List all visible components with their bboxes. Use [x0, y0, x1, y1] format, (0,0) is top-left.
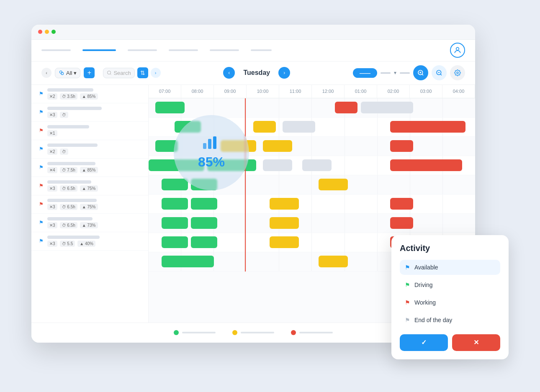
- zoom-out-button[interactable]: [432, 65, 447, 80]
- row-name-bar-9: [47, 236, 100, 239]
- sidebar-row-2: ⚑ ✕3 ⏱: [31, 103, 148, 122]
- stat-20: ▲ 73%: [80, 222, 98, 228]
- activity-title: Activity: [400, 243, 500, 253]
- nav-tab-2-active[interactable]: [82, 49, 116, 51]
- nav-tabs: [41, 49, 272, 51]
- bar-r9-1: [162, 256, 214, 267]
- stat-9: ✕4: [47, 167, 57, 173]
- sidebar-row-9: ⚑ ✕3 ⏱ 5.5 ▲ 40%: [31, 232, 148, 251]
- bar-r6-3: [270, 198, 299, 210]
- filter-label: All: [66, 70, 72, 76]
- stat-10: ⏱ 7.5h: [60, 167, 77, 173]
- row-info-5: ✕4 ⏱ 7.5h ▲ 85%: [47, 162, 141, 173]
- flag-icon-5: ⚑: [38, 164, 44, 170]
- zoom-divider-2: [400, 72, 410, 74]
- bar-r4-5: [390, 159, 462, 171]
- legend-bar-green: [182, 332, 216, 333]
- sidebar-row-7: ⚑ ✕3 ⏱ 6.5h ▲ 75%: [31, 195, 148, 214]
- row-name-bar-6: [47, 180, 91, 184]
- bar-r7-3: [270, 217, 299, 229]
- dot-green: [51, 30, 56, 34]
- activity-card: Activity ⚑ Available ⚑ Driving ⚑ Working…: [391, 235, 509, 359]
- timeline-row-7: [149, 214, 475, 233]
- flag-available: ⚑: [405, 264, 410, 271]
- nav-avatar[interactable]: [450, 43, 465, 58]
- stat-13: ⏱ 6.5h: [60, 185, 77, 192]
- nav-tab-5[interactable]: [210, 49, 239, 51]
- flag-icon-4: ⚑: [38, 146, 44, 152]
- sidebar-back-button[interactable]: ‹: [41, 68, 51, 78]
- sidebar-row-8: ⚑ ✕3 ⏱ 6.5h ▲ 73%: [31, 214, 148, 232]
- svg-point-0: [456, 47, 459, 50]
- row-name-bar-7: [47, 199, 97, 202]
- svg-rect-8: [208, 139, 211, 149]
- row-stats-8: ✕3 ⏱ 6.5h ▲ 73%: [47, 222, 141, 228]
- zoom-in-button[interactable]: [413, 65, 428, 80]
- dot-yellow: [45, 30, 49, 34]
- legend-dot-green: [174, 330, 179, 335]
- row-stats-4: ✕2 ⏱: [47, 149, 141, 155]
- row-info-1: ✕2 ⏱ 3.5h ▲ 85%: [47, 88, 141, 100]
- legend-red: [291, 330, 333, 335]
- chevron-down-icon: ▾: [394, 70, 396, 76]
- prev-day-button[interactable]: ‹: [223, 67, 235, 79]
- bar-r4-4: [302, 159, 332, 171]
- stat-3: ▲ 85%: [80, 93, 98, 100]
- stat-12: ✕3: [47, 185, 57, 192]
- time-label-9: 09:00: [214, 85, 247, 98]
- svg-point-3: [108, 71, 111, 74]
- search-placeholder: Search: [113, 70, 131, 76]
- row-info-6: ✕3 ⏱ 6.5h ▲ 75%: [47, 180, 141, 192]
- sidebar-row-6: ⚑ ✕3 ⏱ 6.5h ▲ 75%: [31, 177, 148, 195]
- row-info-4: ✕2 ⏱: [47, 143, 141, 155]
- bar-r1-1: [155, 102, 185, 113]
- svg-point-1: [59, 71, 62, 73]
- row-name-bar-4: [47, 143, 98, 147]
- nav-tab-1[interactable]: [41, 49, 71, 51]
- row-stats-9: ✕3 ⏱ 5.5 ▲ 40%: [47, 241, 141, 247]
- stat-18: ✕3: [47, 222, 57, 228]
- nav-tab-6[interactable]: [251, 49, 272, 51]
- svg-point-2: [61, 72, 64, 75]
- row-name-bar-1: [47, 88, 93, 92]
- add-button[interactable]: +: [84, 67, 95, 78]
- stat-5: ⏱: [60, 112, 68, 118]
- cancel-icon: ✕: [473, 339, 479, 346]
- flag-working: ⚑: [405, 299, 410, 306]
- search-box[interactable]: Search: [103, 68, 134, 78]
- row-info-9: ✕3 ⏱ 5.5 ▲ 40%: [47, 236, 141, 247]
- settings-button[interactable]: [450, 65, 465, 80]
- row-stats-2: ✕3 ⏱: [47, 112, 141, 118]
- bar-r1-3: [361, 102, 413, 113]
- nav-tab-3[interactable]: [128, 49, 157, 51]
- stat-6: ✕1: [47, 130, 57, 136]
- time-label-1: 01:00: [345, 85, 377, 98]
- confirm-button[interactable]: ✓: [400, 334, 448, 351]
- stat-17: ▲ 75%: [80, 204, 98, 210]
- flag-icon-8: ⚑: [38, 220, 44, 225]
- next-page-button[interactable]: ›: [151, 68, 161, 78]
- activity-row-working[interactable]: ⚑ Working: [400, 295, 500, 310]
- activity-row-available[interactable]: ⚑ Available: [400, 260, 500, 275]
- sort-button[interactable]: ⇅: [137, 67, 148, 78]
- screen-wrapper: ‹ All ▾ + Search ⇅ › ‹ Tuesday ›: [31, 25, 509, 368]
- nav-tab-4[interactable]: [169, 49, 198, 51]
- bar-r4-3: [263, 159, 292, 171]
- activity-row-end-of-day[interactable]: ⚑ End of the day: [400, 313, 500, 328]
- stat-1: ✕2: [47, 93, 57, 100]
- zoom-pill[interactable]: ——: [353, 68, 377, 78]
- sidebar-row-4: ⚑ ✕2 ⏱: [31, 140, 148, 159]
- next-day-button[interactable]: ›: [278, 67, 290, 79]
- activity-label-end-of-day: End of the day: [414, 317, 452, 323]
- bar-r8-2: [191, 236, 217, 248]
- filter-chevron: ▾: [74, 70, 77, 76]
- timeline-header: 07:00 08:00 09:00 10:00 11:00 12:00 01:0…: [149, 85, 475, 98]
- activity-row-driving[interactable]: ⚑ Driving: [400, 277, 500, 292]
- chart-icon: [203, 135, 220, 153]
- cancel-button[interactable]: ✕: [452, 334, 500, 351]
- stat-2: ⏱ 3.5h: [60, 93, 77, 100]
- filter-select[interactable]: All ▾: [55, 68, 80, 78]
- time-label-3: 03:00: [410, 85, 442, 98]
- bar-r1-2: [335, 102, 358, 113]
- activity-label-available: Available: [414, 264, 438, 271]
